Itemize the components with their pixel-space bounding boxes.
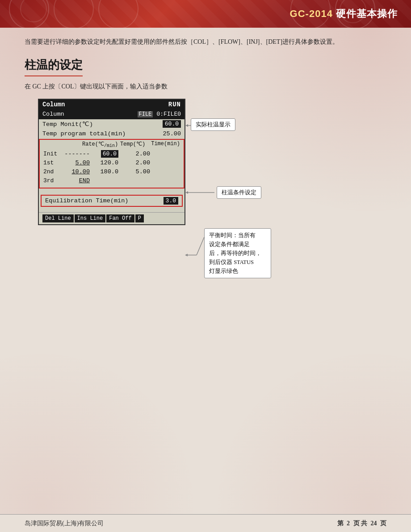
title-suffix: 硬件基本操作 [336, 8, 398, 19]
temp-table: Rate(℃/min) Temp(℃) Time(min) Init -----… [39, 139, 185, 189]
temp-program-row: Temp program total(min) 25.00 [39, 129, 185, 139]
table-row: Init ------- 60.0 2.00 [40, 149, 184, 158]
del-line-btn[interactable]: Del Line [42, 214, 74, 222]
col-temp-header: Temp(℃) [119, 141, 147, 148]
page-info: 第 2 页 共 24 页 [337, 519, 387, 528]
callout-actual-temp: 实际柱温显示 [191, 118, 235, 131]
screen-buttons: Del Line Ins Line Fan Off P [39, 212, 185, 224]
sub-text: 在 GC 上按〔COL〕键出现以下画面，输入适当参数 [25, 83, 386, 91]
ins-line-btn[interactable]: Ins Line [75, 214, 106, 222]
column-label: Column [42, 111, 64, 117]
svg-marker-3 [185, 191, 188, 194]
table-header: Rate(℃/min) Temp(℃) Time(min) [40, 140, 184, 149]
main-content: 当需要进行详细的参数设定时先配置好需使用的部件然后按［COL］、[FLOW]、[… [0, 28, 411, 234]
p-btn[interactable]: P [135, 214, 144, 222]
callout-temp-conditions: 柱温条件设定 [217, 186, 261, 199]
row-2nd-time: 5.00 [121, 168, 150, 175]
company-name: 岛津国际贸易(上海)有限公司 [25, 519, 104, 528]
row-init-rate: ------- [61, 151, 93, 157]
svg-marker-6 [185, 254, 188, 256]
header-band: GC-2014 硬件基本操作 [0, 0, 411, 28]
col-rate-header: Rate(℃/min) [82, 141, 114, 148]
temp-program-label: Temp program total(min) [42, 130, 126, 137]
svg-line-5 [197, 237, 204, 255]
file-value: 0:FILE0 [156, 111, 181, 117]
equil-line1: 平衡时间：当所有 [209, 231, 266, 240]
table-row: 2nd 10.00 180.0 5.00 [40, 167, 184, 176]
temp-program-value: 25.00 [163, 130, 181, 137]
intro-text: 当需要进行详细的参数设定时先配置好需使用的部件然后按［COL］、[FLOW]、[… [25, 37, 386, 47]
gc-screen: Column RUN Column FILE 0:FILE0 Temp Moni… [38, 99, 185, 225]
row-1st-time: 2.00 [121, 159, 150, 166]
footer: 岛津国际贸易(上海)有限公司 第 2 页 共 24 页 [0, 514, 411, 532]
equil-value: 3.0 [164, 197, 178, 205]
fan-off-btn[interactable]: Fan Off [106, 214, 134, 222]
row-init-temp: 60.0 [93, 151, 121, 157]
temp-monit-value: 60.0 [163, 120, 181, 128]
temp-monit-label: Temp Monit(℃) [42, 120, 93, 128]
row-2nd-label: 2nd [43, 168, 61, 175]
table-row: 3rd END [40, 176, 184, 185]
callout-equil-time: 平衡时间：当所有 设定条件都满足 后，再等待的时间， 到后仪器 STATUS 灯… [204, 228, 271, 278]
screen-header: Column RUN [39, 100, 185, 109]
equil-section: Equilibration Time(min) 3.0 [41, 195, 183, 207]
column-row: Column FILE 0:FILE0 [39, 109, 185, 119]
file-label-tag: FILE [138, 111, 153, 117]
svg-marker-1 [185, 124, 188, 127]
col-time-header: Time(min) [151, 141, 180, 148]
title-gc-number: GC-2014 [290, 8, 333, 19]
screen-title: Column [42, 101, 65, 108]
row-1st-label: 1st [43, 159, 61, 166]
equil-line2: 设定条件都满足 [209, 240, 266, 249]
row-init-label: Init [43, 151, 61, 157]
page-total: 24 [371, 520, 377, 527]
row-1st-temp: 120.0 [93, 159, 121, 166]
section-title: 柱温的设定 [25, 57, 83, 76]
row-2nd-temp: 180.0 [93, 168, 121, 175]
equil-line3: 后，再等待的时间， [209, 249, 266, 258]
callout-actual-temp-text: 实际柱温显示 [196, 121, 231, 128]
row-3rd-label: 3rd [43, 177, 61, 184]
row-1st-rate: 5.00 [61, 159, 93, 166]
equil-line4: 到后仪器 STATUS [209, 258, 266, 267]
row-init-time: 2.00 [121, 151, 150, 157]
page-number: 2 [347, 520, 350, 527]
screen-area: Column RUN Column FILE 0:FILE0 Temp Moni… [38, 99, 386, 225]
page-title: GC-2014 硬件基本操作 [290, 7, 398, 21]
callout-temp-conditions-text: 柱温条件设定 [222, 189, 256, 196]
row-2nd-rate: 10.00 [61, 168, 93, 175]
row-3rd-rate: END [61, 177, 93, 184]
equil-label: Equilibration Time(min) [45, 197, 128, 204]
table-row: 1st 5.00 120.0 2.00 [40, 158, 184, 167]
temp-monit-row: Temp Monit(℃) 60.0 [39, 119, 185, 129]
run-label: RUN [168, 101, 181, 108]
equil-line5: 灯显示绿色 [209, 267, 266, 276]
